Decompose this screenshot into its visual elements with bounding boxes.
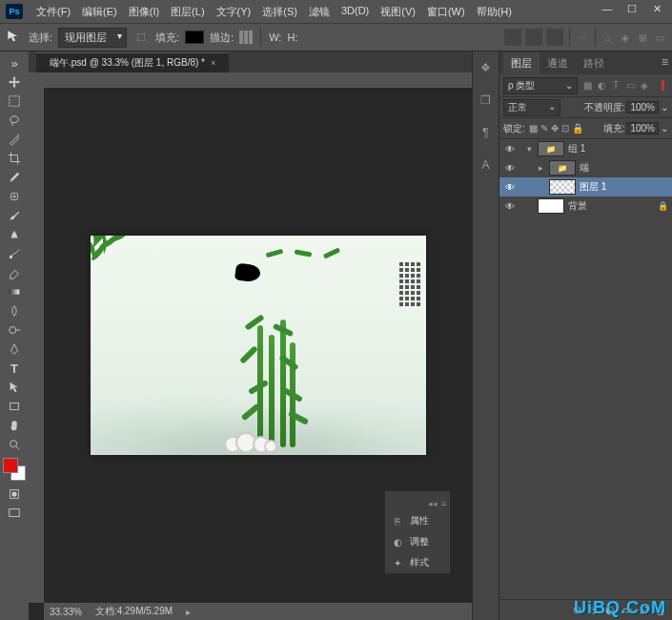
lock-artboard-icon[interactable]: ⊡ <box>561 123 569 134</box>
close-button[interactable]: ✕ <box>645 0 668 17</box>
layer-thumbnail[interactable] <box>549 179 576 195</box>
color-swatches[interactable] <box>3 458 26 481</box>
healing-brush-tool[interactable] <box>3 187 26 206</box>
close-document-icon[interactable]: × <box>211 58 215 68</box>
blur-tool[interactable] <box>3 301 26 320</box>
horizontal-ruler[interactable] <box>44 72 472 88</box>
maximize-button[interactable]: ☐ <box>621 0 643 17</box>
lock-all-icon[interactable]: 🔒 <box>572 123 583 134</box>
layer-row[interactable]: 👁 图层 1 <box>499 177 672 196</box>
filter-toggle-switch[interactable]: ⏽ <box>658 80 668 92</box>
disclosure-icon[interactable]: ▾ <box>524 144 534 154</box>
collapsed-panel-icon[interactable]: ❐ <box>478 92 495 109</box>
lock-transparent-icon[interactable]: ▦ <box>529 123 538 134</box>
crop-tool[interactable] <box>3 149 26 168</box>
disclosure-icon[interactable]: ▸ <box>536 163 545 173</box>
layer-filter-kind-dropdown[interactable]: ρ 类型⌄ <box>503 77 578 94</box>
eraser-tool[interactable] <box>3 263 26 282</box>
align-button-1[interactable] <box>504 29 521 46</box>
visibility-toggle-icon[interactable]: 👁 <box>503 201 517 212</box>
filter-adjust-icon[interactable]: ◐ <box>596 80 607 91</box>
align-button-3[interactable] <box>546 29 563 46</box>
menu-item[interactable]: 图像(I) <box>123 2 165 22</box>
eyedropper-tool[interactable] <box>3 168 26 187</box>
floating-panel-item[interactable]: ✦样式 <box>385 552 450 573</box>
menu-item[interactable]: 文字(Y) <box>211 2 257 22</box>
extras-button-1[interactable]: ◈ <box>619 31 632 44</box>
quick-mask-button[interactable] <box>3 485 26 504</box>
floating-panel-item[interactable]: ◐调整 <box>385 531 450 552</box>
filter-shape-icon[interactable]: ▭ <box>624 80 636 91</box>
layer-thumbnail[interactable] <box>538 198 564 214</box>
menu-item[interactable]: 文件(F) <box>31 2 76 22</box>
floating-panel-menu-icon[interactable]: ≡ <box>441 499 446 508</box>
magic-wand-tool[interactable] <box>3 130 26 149</box>
marquee-tool[interactable] <box>3 92 26 111</box>
layers-footer-button[interactable]: ◐ <box>605 604 615 616</box>
floating-panel-collapse-icon[interactable]: ◂◂ <box>428 499 438 508</box>
opacity-value-input[interactable]: 100% <box>626 101 659 114</box>
layers-footer-button[interactable]: ⊡ <box>640 604 648 616</box>
layer-name-label[interactable]: 背景 <box>568 199 654 213</box>
3d-mode-button[interactable]: ⌂ <box>601 31 615 44</box>
zoom-tool[interactable] <box>3 435 26 454</box>
collapsed-panel-icon[interactable]: A <box>478 156 495 174</box>
rectangle-tool[interactable] <box>3 397 26 416</box>
menu-item[interactable]: 图层(L) <box>165 2 210 22</box>
layers-footer-button[interactable]: ▭ <box>622 604 632 616</box>
blend-mode-dropdown[interactable]: 正常⌄ <box>503 99 560 116</box>
layer-row[interactable]: 👁 ▾ 📁 组 1 <box>499 139 672 158</box>
select-layer-dropdown[interactable]: 现用图层 <box>58 28 127 48</box>
dodge-tool[interactable] <box>3 320 26 340</box>
extras-button-3[interactable]: ▭ <box>653 31 666 44</box>
layer-name-label[interactable]: 组 1 <box>568 142 668 155</box>
layers-footer-button[interactable]: 🗑 <box>656 605 666 616</box>
layer-name-label[interactable]: 端 <box>580 161 668 175</box>
fill-chevron-icon[interactable]: ⌄ <box>661 123 668 134</box>
fill-swatch[interactable] <box>185 31 204 44</box>
layers-footer-button[interactable]: fx <box>589 605 598 616</box>
doc-size-label[interactable]: 文档:4.29M/5.29M <box>95 605 173 618</box>
layer-row[interactable]: 👁 背景 🔒 <box>499 196 672 216</box>
menu-item[interactable]: 选择(S) <box>256 2 303 22</box>
floating-properties-panel[interactable]: ◂◂ ≡ ⎘属性◐调整✦样式 <box>384 490 451 574</box>
visibility-toggle-icon[interactable]: 👁 <box>503 163 517 174</box>
layer-thumbnail[interactable]: 📁 <box>538 141 564 156</box>
vertical-ruler[interactable] <box>29 88 44 603</box>
stroke-swatch[interactable] <box>239 31 253 44</box>
lock-position-icon[interactable]: ✥ <box>551 123 559 134</box>
menu-item[interactable]: 视图(V) <box>375 2 421 22</box>
hand-tool[interactable] <box>3 416 26 435</box>
extras-button-2[interactable]: ⊞ <box>636 31 649 44</box>
collapse-toolbar-button[interactable]: » <box>3 53 26 72</box>
clone-stamp-tool[interactable] <box>3 225 26 244</box>
distribute-button-1[interactable]: ⋯ <box>576 31 589 44</box>
visibility-toggle-icon[interactable]: 👁 <box>503 182 517 193</box>
screen-mode-button[interactable] <box>3 504 26 523</box>
panel-menu-icon[interactable]: ≡ <box>662 55 668 69</box>
panel-tab[interactable]: 图层 <box>503 52 540 74</box>
filter-type-icon[interactable]: T <box>610 80 621 91</box>
gradient-tool[interactable] <box>3 282 26 301</box>
menu-item[interactable]: 帮助(H) <box>471 2 518 22</box>
document-canvas[interactable] <box>91 236 426 455</box>
minimize-button[interactable]: — <box>596 0 619 17</box>
path-selection-tool[interactable] <box>3 378 26 397</box>
opacity-chevron-icon[interactable]: ⌄ <box>661 102 668 113</box>
pen-tool[interactable] <box>3 340 26 359</box>
layer-thumbnail[interactable]: 📁 <box>549 160 576 176</box>
menu-item[interactable]: 滤镜 <box>303 2 336 22</box>
menu-item[interactable]: 编辑(E) <box>76 2 123 22</box>
layer-row[interactable]: 👁 ▸ 📁 端 <box>499 158 672 177</box>
lasso-tool[interactable] <box>3 111 26 130</box>
panel-tab[interactable]: 路径 <box>576 52 612 74</box>
type-tool[interactable]: T <box>3 359 26 378</box>
collapsed-panel-icon[interactable]: ❖ <box>478 59 495 76</box>
menu-item[interactable]: 3D(D) <box>336 2 375 22</box>
layers-list[interactable]: 👁 ▾ 📁 组 1 👁 ▸ 📁 端 👁 图层 1 👁 背景 🔒 <box>499 139 672 599</box>
fill-value-input[interactable]: 100% <box>626 122 659 134</box>
layer-name-label[interactable]: 图层 1 <box>580 180 668 194</box>
move-tool[interactable] <box>3 72 26 92</box>
align-button-2[interactable] <box>525 29 542 46</box>
lock-image-icon[interactable]: ✎ <box>540 123 548 134</box>
